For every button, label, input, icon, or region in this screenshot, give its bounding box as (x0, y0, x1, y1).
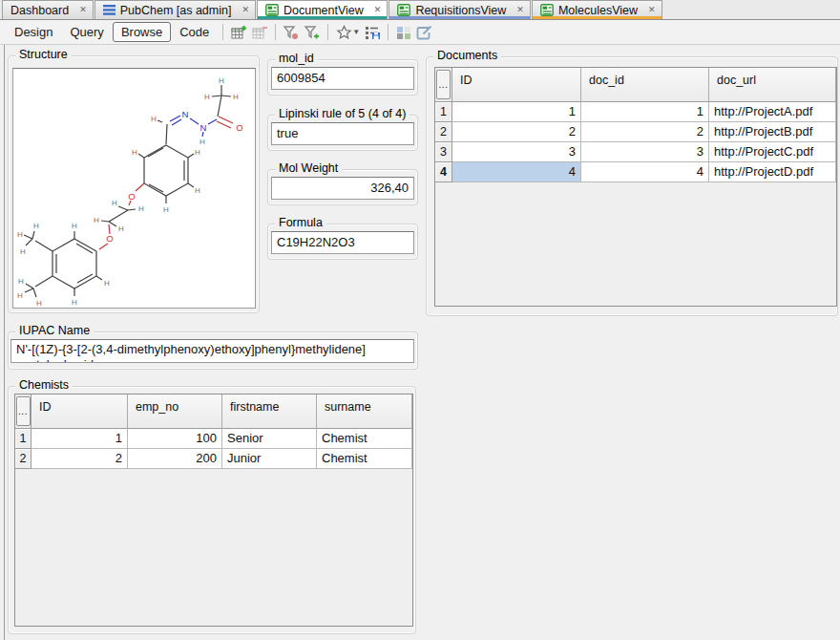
form-left-border (4, 45, 5, 640)
table-cell[interactable]: 100 (128, 429, 222, 449)
table-cell[interactable]: Chemist (317, 449, 412, 469)
table-cell[interactable]: http://ProjectC.pdf (709, 142, 836, 162)
lipinski-field[interactable]: true (271, 122, 414, 145)
toolbar: Design Query Browse Code (0, 20, 840, 45)
edit-form-icon (414, 23, 435, 42)
svg-text:H: H (18, 277, 24, 286)
mol-id-field[interactable]: 6009854 (271, 67, 414, 90)
svg-text:H: H (33, 222, 39, 230)
table-cell[interactable]: 3 (452, 142, 581, 162)
table-cell[interactable]: http://ProjectD.pdf (709, 162, 836, 182)
svg-text:O: O (236, 122, 242, 133)
table-row: 222http://ProjectB.pdf (435, 122, 836, 142)
row-header[interactable]: 1 (435, 102, 452, 122)
svg-text:O: O (128, 191, 135, 202)
svg-text:H: H (200, 138, 205, 146)
table-cell[interactable]: Senior (222, 429, 317, 449)
tab-documentview[interactable]: DocumentView✕ (257, 0, 388, 19)
menu-icon (103, 5, 116, 15)
tab-dashboard[interactable]: Dashboard✕ (2, 0, 94, 19)
table-cell[interactable]: 4 (452, 162, 581, 182)
add-record-icon[interactable] (228, 23, 249, 42)
table-cell[interactable]: 1 (581, 102, 709, 122)
table-cell[interactable]: Chemist (317, 429, 412, 449)
column-header[interactable]: ID (32, 395, 128, 429)
row-header[interactable]: 4 (435, 162, 452, 182)
structure-group-label: Structure (15, 48, 72, 61)
iupac-line2: acetohydrazide (16, 357, 409, 363)
table-row: 333http://ProjectC.pdf (435, 142, 836, 162)
column-header[interactable]: doc_id (581, 68, 709, 102)
tab-close-icon[interactable]: ✕ (79, 6, 87, 14)
svg-text:H: H (195, 186, 200, 195)
tab-pubchem-as-admin-[interactable]: PubChem [as admin]✕ (94, 0, 256, 19)
column-header[interactable]: emp_no (128, 395, 222, 429)
tab-label: MoleculesView (558, 4, 638, 17)
table-row: 444http://ProjectD.pdf (435, 162, 836, 182)
favorites-dropdown-icon[interactable]: ▼ (352, 28, 360, 36)
tab-label: PubChem [as admin] (120, 4, 232, 17)
table-cell[interactable]: Junior (222, 449, 317, 469)
table-cell[interactable]: 2 (32, 449, 128, 469)
svg-text:O: O (106, 233, 113, 244)
tab-accent-underline (258, 16, 387, 19)
table-options-button[interactable]: ... (16, 396, 31, 426)
tab-moleculesview[interactable]: MoleculesView✕ (532, 0, 662, 19)
filter-exclude-icon[interactable] (281, 23, 302, 42)
tab-accent-underline (389, 16, 530, 19)
column-header[interactable]: ID (452, 68, 581, 102)
tab-close-icon[interactable]: ✕ (648, 6, 656, 14)
table-cell[interactable]: 1 (452, 102, 581, 122)
mol-weight-field[interactable]: 326,40 (271, 177, 414, 200)
tab-label: DocumentView (284, 4, 364, 17)
table-cell[interactable]: http://ProjectB.pdf (709, 122, 836, 142)
row-header[interactable]: 3 (435, 142, 452, 162)
svg-text:N: N (182, 109, 189, 119)
table-options-button[interactable]: ... (436, 70, 451, 99)
mode-query-button[interactable]: Query (61, 22, 112, 42)
table-cell[interactable]: 2 (452, 122, 581, 142)
table-cell[interactable]: http://ProjectA.pdf (709, 102, 836, 122)
layout-grid-icon[interactable] (393, 23, 414, 42)
structure-field[interactable]: HHH O NH N H HH HH O HH HH O HHH HHH HHH (12, 68, 256, 309)
tab-bar: Dashboard✕PubChem [as admin]✕DocumentVie… (0, 0, 840, 20)
mol-weight-label: Mol Weight (275, 161, 342, 175)
mode-code-button[interactable]: Code (171, 22, 218, 42)
svg-text:H: H (163, 205, 169, 214)
row-header[interactable]: 1 (15, 429, 32, 449)
row-header[interactable]: 2 (435, 122, 452, 142)
mode-browse-button[interactable]: Browse (113, 22, 171, 42)
row-header[interactable]: 2 (15, 449, 32, 469)
formula-field[interactable]: C19H22N2O3 (271, 231, 414, 254)
toolbar-separator (275, 24, 276, 40)
tab-close-icon[interactable]: ✕ (374, 6, 382, 14)
table-cell[interactable]: 200 (128, 449, 222, 469)
table-cell[interactable]: 3 (581, 142, 709, 162)
table-cell[interactable]: 2 (581, 122, 709, 142)
documents-group-label: Documents (433, 49, 501, 62)
filter-add-icon[interactable] (302, 23, 323, 42)
tab-requisitionsview[interactable]: RequisitionsView✕ (388, 0, 531, 19)
column-header[interactable]: surname (317, 395, 412, 429)
table-cell[interactable]: 4 (581, 162, 709, 182)
chemists-group-label: Chemists (15, 378, 73, 392)
lipinski-label: Lipinski rule of 5 (4 of 4) (275, 107, 410, 120)
form-icon (265, 4, 279, 16)
tab-close-icon[interactable]: ✕ (242, 6, 249, 14)
tab-close-icon[interactable]: ✕ (516, 6, 524, 14)
table-cell[interactable]: 1 (32, 429, 128, 449)
table-row: 111http://ProjectA.pdf (435, 102, 836, 122)
svg-text:H: H (138, 204, 144, 213)
column-header[interactable]: doc_url (709, 68, 836, 102)
svg-text:H: H (132, 148, 137, 157)
svg-text:H: H (204, 93, 210, 101)
mode-design-button[interactable]: Design (6, 22, 61, 42)
iupac-field[interactable]: N'-[(1Z)-{3-[2-(3,4-dimethylphenoxy)etho… (10, 339, 414, 363)
saved-searches-icon[interactable] (362, 23, 383, 42)
svg-text:H: H (17, 230, 23, 239)
iupac-label: IUPAC Name (15, 324, 94, 337)
formula-label: Formula (275, 216, 326, 229)
svg-text:H: H (94, 216, 99, 224)
favorites-star-icon[interactable] (333, 23, 354, 42)
column-header[interactable]: firstname (222, 395, 317, 429)
